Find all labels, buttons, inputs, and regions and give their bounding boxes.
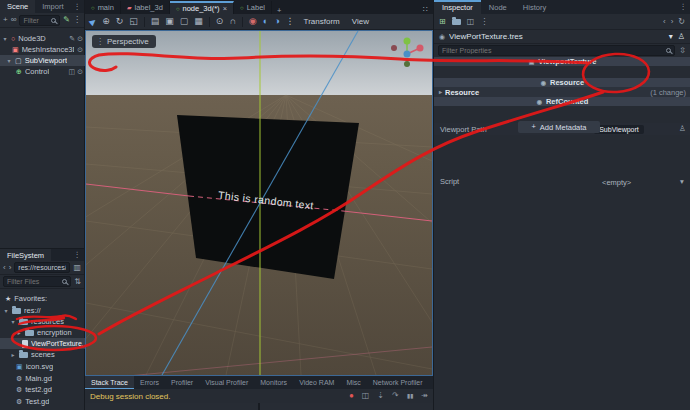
- scene-filter-input[interactable]: [23, 17, 51, 24]
- list-select-icon[interactable]: ▤: [151, 17, 160, 26]
- nav-back-icon[interactable]: ‹: [3, 264, 6, 272]
- visibility-icon[interactable]: ⊙: [77, 46, 83, 53]
- fs-item-icon-svg[interactable]: ▣ icon.svg: [0, 361, 85, 372]
- scene-tab-label[interactable]: ○ Label: [234, 1, 272, 14]
- close-tab-icon[interactable]: ×: [223, 5, 227, 13]
- viewport-extras-icon[interactable]: ⋮: [286, 17, 295, 26]
- tab-monitors[interactable]: Monitors: [254, 376, 293, 389]
- tab-history[interactable]: History: [515, 0, 554, 14]
- nav-forward-icon[interactable]: ›: [9, 264, 12, 272]
- split-mode-icon[interactable]: ▥: [73, 264, 81, 272]
- sort-files-icon[interactable]: ⇅: [74, 278, 81, 286]
- dropdown-icon[interactable]: ▾: [669, 33, 673, 41]
- dropdown-icon[interactable]: ▾: [680, 178, 684, 186]
- scene-tree-menu-icon[interactable]: ⋮: [73, 16, 81, 24]
- tab-filesystem[interactable]: FileSystem: [0, 249, 51, 261]
- expand-all-icon[interactable]: ⇳: [679, 47, 686, 55]
- fs-item-main-gd[interactable]: ⚙ Main.gd: [0, 373, 85, 384]
- viewport-3d[interactable]: ⋮ Perspective This is random text: [85, 30, 433, 376]
- inspector-menu-icon[interactable]: ⋮: [677, 3, 690, 11]
- resource-extra-icon[interactable]: ⋮: [480, 18, 488, 26]
- group-selected-icon[interactable]: ▦: [194, 17, 203, 26]
- sun-settings-icon[interactable]: ◐: [263, 17, 268, 26]
- file-filter-input[interactable]: [7, 278, 62, 285]
- environment-settings-icon[interactable]: ◑: [274, 17, 279, 26]
- snap-icon[interactable]: ∩: [229, 17, 235, 26]
- tab-network-profiler[interactable]: Network Profiler: [367, 376, 429, 389]
- add-node-icon[interactable]: +: [3, 16, 8, 24]
- scene-tab-main[interactable]: ○ main: [85, 1, 121, 14]
- tab-stack-trace[interactable]: Stack Trace: [85, 376, 134, 389]
- category-viewporttexture[interactable]: ▣ ViewportTexture: [434, 57, 690, 66]
- collapse-icon[interactable]: ▾: [3, 308, 9, 314]
- gizmo-z-axis[interactable]: [404, 51, 411, 58]
- scene-dock-menu-icon[interactable]: ⋮: [71, 3, 85, 11]
- camera-preview-icon[interactable]: ◉: [249, 17, 257, 26]
- fs-item-viewporttexture[interactable]: ViewPortTexture.tr: [0, 338, 85, 349]
- distraction-free-icon[interactable]: ∷: [418, 6, 433, 14]
- group-resource[interactable]: ▸ Resource (1 change): [434, 87, 690, 97]
- move-tool-icon[interactable]: ⊕: [102, 17, 110, 26]
- tab-misc[interactable]: Misc: [340, 376, 366, 389]
- expand-icon[interactable]: ▸: [10, 352, 16, 358]
- category-resource[interactable]: ◉ Resource: [434, 78, 690, 87]
- load-resource-icon[interactable]: [452, 19, 461, 25]
- stack-variables-panel[interactable]: [260, 403, 433, 410]
- history-forward-icon[interactable]: ›: [671, 18, 674, 26]
- property-filter-input[interactable]: [442, 47, 666, 54]
- fs-item-encryption[interactable]: ▸ encryption: [0, 327, 85, 338]
- gizmo-neg-x-axis[interactable]: [391, 45, 397, 51]
- scene-node-control[interactable]: ⊕ Control ◫⊙: [0, 66, 85, 77]
- stack-frames-panel[interactable]: [85, 403, 258, 410]
- scene-tab-label3d[interactable]: ▰ label_3d: [121, 1, 170, 14]
- fs-item-res-root[interactable]: ▾ res://: [0, 305, 85, 316]
- instantiate-scene-icon[interactable]: ∞: [11, 16, 17, 24]
- tab-visual-profiler[interactable]: Visual Profiler: [199, 376, 254, 389]
- perspective-menu[interactable]: ⋮ Perspective: [92, 35, 156, 48]
- scene-node-node3d[interactable]: ▾ ○ Node3D ✎⊙: [0, 33, 85, 44]
- tab-node[interactable]: Node: [481, 0, 515, 14]
- pause-icon[interactable]: ▮▮: [407, 393, 414, 399]
- fs-item-resources[interactable]: ▾ resources: [0, 316, 85, 327]
- scale-tool-icon[interactable]: ◱: [129, 17, 138, 26]
- local-space-icon[interactable]: ⊙: [216, 17, 224, 26]
- gizmo-x-axis[interactable]: [417, 45, 424, 52]
- category-refcounted[interactable]: ◉ RefCounted: [434, 97, 690, 106]
- collapse-icon[interactable]: ▾: [2, 36, 8, 42]
- tab-inspector[interactable]: Inspector: [434, 0, 481, 14]
- step-over-icon[interactable]: ↷: [392, 392, 399, 400]
- collapse-icon[interactable]: ▾: [10, 319, 16, 325]
- view-gizmo[interactable]: [386, 33, 428, 73]
- view-menu[interactable]: View: [349, 17, 372, 26]
- filesystem-menu-icon[interactable]: ⋮: [71, 251, 85, 259]
- step-into-icon[interactable]: ⇣: [377, 392, 384, 400]
- history-back-icon[interactable]: ‹: [663, 18, 666, 26]
- edited-resource-row[interactable]: ◉ ViewPortTexture.tres ▾ ♙: [434, 30, 690, 44]
- expand-icon[interactable]: ▸: [16, 330, 22, 336]
- tab-errors[interactable]: Errors: [134, 376, 165, 389]
- select-tool-icon[interactable]: ▶: [88, 16, 98, 26]
- tab-scene[interactable]: Scene: [0, 0, 35, 13]
- copy-error-icon[interactable]: ◫: [362, 392, 370, 400]
- object-history-icon[interactable]: ↻: [678, 18, 685, 26]
- scene-node-meshinstance3d[interactable]: ▣ MeshInstance3D ⊙: [0, 44, 85, 55]
- gizmo-y-axis[interactable]: [404, 38, 411, 45]
- lock-icon[interactable]: ▣: [165, 17, 174, 26]
- collapse-icon[interactable]: ▾: [6, 58, 12, 64]
- fs-item-scenes[interactable]: ▸ scenes: [0, 349, 85, 360]
- scene-tab-node3d[interactable]: ○ node_3d(*) ×: [170, 1, 234, 14]
- script-icon[interactable]: ✎: [69, 35, 75, 42]
- group-icon[interactable]: ◫: [69, 68, 76, 75]
- transform-menu[interactable]: Transform: [301, 17, 343, 26]
- gizmo-neg-y-axis[interactable]: [404, 61, 410, 67]
- rotate-tool-icon[interactable]: ↻: [116, 17, 124, 26]
- tab-import[interactable]: Import: [35, 0, 70, 13]
- tab-video-ram[interactable]: Video RAM: [293, 376, 340, 389]
- new-scene-tab-icon[interactable]: +: [272, 7, 286, 15]
- new-resource-icon[interactable]: ⊞: [439, 18, 446, 26]
- continue-icon[interactable]: ↠: [421, 392, 428, 400]
- save-resource-icon[interactable]: ◫: [467, 18, 475, 26]
- fs-item-test-gd[interactable]: ⚙ Test.gd: [0, 396, 85, 407]
- attach-script-icon[interactable]: ✎: [63, 16, 70, 24]
- fs-item-test2-gd[interactable]: ⚙ test2.gd: [0, 384, 85, 395]
